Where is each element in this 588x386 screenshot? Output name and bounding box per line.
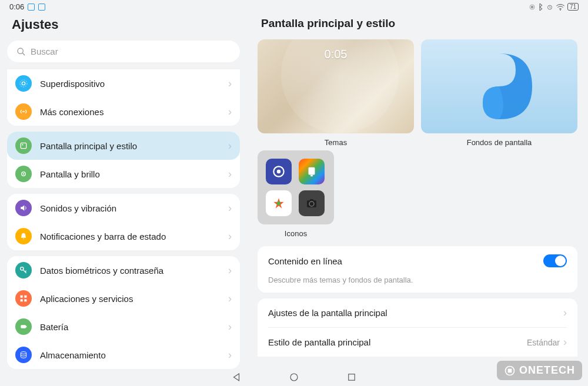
navigation-bar bbox=[231, 372, 357, 382]
theme-clock: 0:05 bbox=[325, 48, 348, 61]
chevron-right-icon: › bbox=[228, 202, 232, 214]
bell-icon bbox=[15, 228, 32, 244]
chevron-right-icon: › bbox=[228, 106, 232, 118]
online-content-subtitle: Descubre más temas y fondos de pantalla. bbox=[258, 276, 577, 293]
chevron-right-icon: › bbox=[228, 293, 232, 305]
sidebar-item-label: Pantalla y brillo bbox=[40, 169, 220, 179]
sound-icon bbox=[15, 200, 32, 216]
nav-recent-button[interactable] bbox=[346, 372, 357, 382]
svg-point-21 bbox=[277, 170, 281, 174]
status-bar: 0:06 71 bbox=[0, 0, 588, 14]
themes-app-icon bbox=[299, 159, 325, 184]
setting-label: Ajustes de la pantalla principal bbox=[268, 308, 387, 318]
battery-icon bbox=[15, 318, 32, 335]
svg-rect-15 bbox=[21, 299, 23, 301]
chevron-right-icon: › bbox=[228, 349, 232, 361]
svg-rect-16 bbox=[24, 299, 26, 301]
search-input[interactable]: Buscar bbox=[7, 41, 240, 62]
home-settings-card: Ajustes de la pantalla principal › Estil… bbox=[258, 298, 577, 357]
status-icons: 71 bbox=[529, 3, 579, 11]
svg-point-28 bbox=[290, 374, 298, 381]
tile-icons[interactable]: Iconos bbox=[258, 150, 334, 238]
bluetooth-icon bbox=[538, 3, 544, 11]
svg-rect-17 bbox=[21, 325, 26, 328]
sidebar-item-home-style[interactable]: Pantalla principal y estilo › bbox=[7, 132, 240, 160]
svg-rect-14 bbox=[24, 296, 26, 298]
sidebar-title: Ajustes bbox=[7, 14, 240, 41]
sidebar-item-sound[interactable]: Sonidos y vibración › bbox=[7, 194, 240, 222]
svg-rect-13 bbox=[21, 296, 23, 298]
multiwindow-icon-1 bbox=[28, 4, 35, 11]
chevron-right-icon: › bbox=[563, 336, 567, 348]
svg-point-7 bbox=[20, 80, 27, 87]
chevron-right-icon: › bbox=[228, 230, 232, 243]
svg-point-12 bbox=[21, 267, 24, 270]
nfc-icon bbox=[529, 4, 536, 11]
link-icon bbox=[15, 103, 32, 120]
chevron-right-icon: › bbox=[228, 168, 232, 180]
chevron-right-icon: › bbox=[228, 321, 232, 333]
svg-rect-31 bbox=[508, 368, 512, 372]
svg-line-5 bbox=[22, 53, 25, 55]
sidebar-group-display: Pantalla principal y estilo › Pantalla y… bbox=[7, 132, 240, 188]
tile-wallpapers[interactable]: Fondos de pantalla bbox=[421, 39, 577, 147]
online-content-toggle[interactable] bbox=[543, 254, 567, 267]
sidebar-group-system: Datos biométricos y contraseña › Aplicac… bbox=[7, 256, 240, 369]
home-style-row[interactable]: Estilo de pantalla principal Estándar › bbox=[258, 328, 577, 357]
svg-point-24 bbox=[277, 202, 281, 206]
wallpapers-preview bbox=[421, 39, 577, 133]
sidebar-item-battery[interactable]: Batería › bbox=[7, 313, 240, 341]
home-settings-row[interactable]: Ajustes de la pantalla principal › bbox=[258, 298, 577, 327]
svg-rect-23 bbox=[310, 175, 313, 177]
page-title: Pantalla principal y estilo bbox=[258, 14, 577, 39]
svg-rect-8 bbox=[21, 143, 26, 148]
watermark-text: ONETECH bbox=[519, 364, 575, 377]
svg-rect-29 bbox=[349, 374, 355, 381]
online-content-row[interactable]: Contenido en línea bbox=[258, 246, 577, 276]
sidebar-item-label: Superdispositivo bbox=[40, 79, 220, 89]
battery-indicator: 71 bbox=[567, 3, 579, 11]
wifi-icon bbox=[556, 4, 565, 11]
svg-point-0 bbox=[531, 6, 533, 8]
nav-home-button[interactable] bbox=[289, 372, 299, 382]
setting-value: Estándar bbox=[527, 338, 560, 347]
storage-icon bbox=[15, 347, 32, 363]
online-content-card: Contenido en línea Descubre más temas y … bbox=[258, 246, 577, 293]
search-placeholder: Buscar bbox=[31, 46, 58, 56]
status-time: 0:06 bbox=[9, 2, 24, 11]
themes-preview: 0:05 bbox=[258, 39, 414, 133]
sidebar-group-sound: Sonidos y vibración › Notificaciones y b… bbox=[7, 194, 240, 250]
setting-label: Contenido en línea bbox=[268, 256, 342, 266]
multiwindow-icon-2 bbox=[38, 4, 45, 11]
setting-label: Estilo de pantalla principal bbox=[268, 337, 370, 347]
svg-rect-27 bbox=[310, 199, 313, 201]
sidebar-item-biometrics[interactable]: Datos biométricos y contraseña › bbox=[7, 256, 240, 284]
key-icon bbox=[15, 262, 32, 278]
nav-back-button[interactable] bbox=[231, 372, 242, 382]
svg-point-3 bbox=[560, 9, 561, 10]
search-icon bbox=[16, 47, 26, 56]
sidebar-item-more-connections[interactable]: Más conexiones › bbox=[7, 98, 240, 126]
sidebar-item-notifications[interactable]: Notificaciones y barra de estado › bbox=[7, 222, 240, 250]
svg-rect-18 bbox=[26, 326, 26, 328]
svg-point-11 bbox=[23, 173, 25, 175]
sidebar-item-label: Notificaciones y barra de estado bbox=[40, 231, 220, 241]
apps-icon bbox=[15, 290, 32, 307]
sidebar-item-storage[interactable]: Almacenamiento › bbox=[7, 341, 240, 369]
sidebar-item-superdevice[interactable]: Superdispositivo › bbox=[7, 69, 240, 98]
sidebar-item-label: Más conexiones bbox=[40, 107, 220, 117]
sidebar-item-display-brightness[interactable]: Pantalla y brillo › bbox=[7, 160, 240, 188]
sidebar-group-connections: Superdispositivo › Más conexiones › bbox=[7, 69, 240, 126]
tile-themes[interactable]: 0:05 Temas bbox=[258, 39, 414, 147]
chevron-right-icon: › bbox=[563, 307, 567, 319]
chevron-right-icon: › bbox=[228, 78, 232, 90]
sidebar-item-apps[interactable]: Aplicaciones y servicios › bbox=[7, 284, 240, 313]
home-icon bbox=[15, 137, 32, 154]
sidebar-item-label: Sonidos y vibración bbox=[40, 203, 220, 213]
svg-point-1 bbox=[530, 5, 534, 9]
sidebar-item-label: Datos biométricos y contraseña bbox=[40, 266, 220, 276]
sidebar-item-label: Almacenamiento bbox=[40, 350, 220, 360]
gallery-app-icon bbox=[266, 190, 292, 216]
icons-preview bbox=[258, 150, 334, 224]
tile-label: Temas bbox=[258, 138, 414, 147]
